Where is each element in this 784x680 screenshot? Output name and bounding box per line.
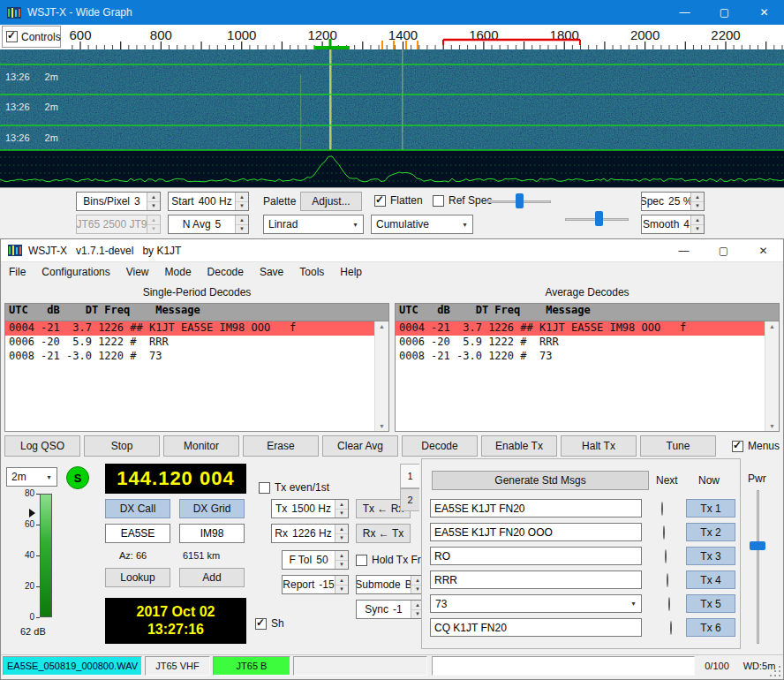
menus-toggle[interactable]: ✓ Menus (732, 440, 780, 452)
log-qso-button[interactable]: Log QSO (4, 435, 80, 457)
enable-tx-button[interactable]: Enable Tx (481, 435, 557, 457)
decode-list[interactable]: 0004 -21 3.7 1226 ## K1JT EA5SE IM98 OOO… (395, 321, 780, 432)
generate-std-msgs-button[interactable]: Generate Std Msgs (432, 471, 649, 490)
decode-row[interactable]: 0008 -21 -3.0 1220 # 73 (396, 350, 779, 364)
minimize-button[interactable]: — (664, 239, 704, 261)
tx-freq-spinner[interactable]: Tx1500 Hz ▲▼ (271, 499, 349, 518)
scroll-down-icon: ▼ (769, 423, 775, 429)
next-radio[interactable] (667, 573, 668, 587)
report-spinner[interactable]: Report-15 ▲▼ (282, 575, 349, 594)
frequency-display[interactable]: 144.120 004 (105, 464, 246, 494)
tab-1[interactable]: 1 (400, 464, 419, 488)
monitor-button[interactable]: Monitor (163, 435, 239, 457)
clear-avg-button[interactable]: Clear Avg (322, 435, 398, 457)
rx-from-tx-button[interactable]: Rx ← Tx (356, 524, 411, 543)
lookup-button[interactable]: Lookup (105, 568, 170, 587)
chevron-down-icon: ▾ (41, 468, 57, 486)
decode-scrollbar[interactable]: ▲ ▼ (765, 321, 779, 431)
spin-down-icon: ▼ (236, 225, 248, 234)
decode-row[interactable]: 0004 -21 3.7 1226 ## K1JT EA5SE IM98 OOO… (396, 321, 779, 336)
maximize-button[interactable]: ▢ (704, 239, 743, 261)
close-button[interactable]: ✕ (744, 0, 784, 25)
spec-percent-spinner[interactable]: Spec25 % ▲▼ (641, 192, 705, 211)
pwr-slider[interactable] (748, 490, 767, 644)
menu-item-tools[interactable]: Tools (291, 266, 332, 278)
close-button[interactable]: ✕ (743, 239, 783, 261)
add-button[interactable]: Add (179, 568, 245, 587)
frequency-scale[interactable]: 6008001000120014001600180020002200 (0, 25, 784, 49)
main-titlebar[interactable]: WSJT-X v1.7.1-devel by K1JT — ▢ ✕ (1, 239, 783, 262)
scroll-up-icon: ▲ (379, 323, 385, 329)
sync-spinner[interactable]: Sync-1 ▲▼ (356, 600, 425, 619)
controls-toggle[interactable]: ✓ Controls (2, 26, 61, 48)
pwr-slider-handle[interactable] (750, 541, 765, 550)
decode-scrollbar[interactable]: ▲ ▼ (374, 321, 388, 431)
dx-grid-input[interactable] (179, 524, 245, 543)
menu-item-save[interactable]: Save (252, 266, 291, 278)
wide-graph-titlebar[interactable]: WSJT-X - Wide Graph — ▢ ✕ (0, 0, 784, 25)
adjust-button[interactable]: Adjust... (300, 192, 362, 211)
menu-item-help[interactable]: Help (332, 266, 370, 278)
palette-select[interactable]: Linrad ▾ (263, 215, 364, 234)
erase-button[interactable]: Erase (243, 435, 319, 457)
dx-call-input[interactable] (105, 524, 170, 543)
tx5-button[interactable]: Tx 5 (686, 594, 735, 613)
tx6-button[interactable]: Tx 6 (686, 618, 735, 637)
decode-row[interactable]: 0004 -21 3.7 1226 ## K1JT EA5SE IM98 OOO… (5, 321, 388, 336)
waterfall-zero-slider[interactable] (565, 210, 629, 228)
tune-button[interactable]: Tune (640, 435, 716, 457)
menu-item-mode[interactable]: Mode (157, 266, 200, 278)
rx-freq-spinner[interactable]: Rx1226 Hz ▲▼ (271, 524, 349, 543)
controls-checkbox[interactable]: ✓ (6, 31, 18, 42)
dx-call-button[interactable]: DX Call (105, 499, 170, 518)
message-input-4[interactable] (430, 570, 642, 589)
tx3-button[interactable]: Tx 3 (686, 547, 735, 565)
svg-text:800: 800 (150, 27, 172, 42)
f-tol-spinner[interactable]: F Tol50 ▲▼ (282, 550, 349, 570)
message-input-1[interactable] (430, 499, 642, 518)
distance-label: 6151 km (183, 550, 220, 561)
menu-item-view[interactable]: View (118, 266, 157, 278)
stop-button[interactable]: Stop (84, 435, 160, 457)
halt-tx-button[interactable]: Halt Tx (561, 435, 637, 457)
submode-spinner[interactable]: SubmodeB ▲▼ (356, 575, 425, 594)
message-input-2[interactable] (430, 523, 642, 541)
next-radio[interactable] (668, 597, 670, 611)
tab-2[interactable]: 2 (400, 488, 419, 511)
ref-spec-checkbox: ✓ (433, 195, 444, 207)
tx4-button[interactable]: Tx 4 (686, 570, 735, 589)
waterfall-gain-slider[interactable] (487, 193, 551, 210)
next-radio[interactable] (670, 621, 672, 635)
flatten-toggle[interactable]: ✓ Flatten (374, 194, 423, 207)
message-input-6[interactable] (430, 618, 642, 637)
menu-item-decode[interactable]: Decode (200, 266, 252, 278)
minimize-button[interactable]: — (665, 0, 705, 25)
tx2-button[interactable]: Tx 2 (686, 523, 735, 541)
ref-spec-toggle[interactable]: ✓ Ref Spec (433, 194, 492, 207)
smooth-spinner[interactable]: Smooth4 ▲▼ (641, 215, 705, 234)
maximize-button[interactable]: ▢ (705, 0, 744, 25)
display-mode-select[interactable]: Cumulative ▾ (371, 215, 473, 234)
n-avg-spinner[interactable]: N Avg5 ▲▼ (168, 215, 249, 234)
next-radio[interactable] (665, 549, 667, 563)
bins-per-pixel-spinner[interactable]: Bins/Pixel3 ▲▼ (76, 192, 161, 211)
waterfall[interactable] (0, 49, 784, 187)
tx-even-toggle[interactable]: ✓ Tx even/1st (259, 481, 329, 494)
sh-toggle[interactable]: ✓ Sh (255, 617, 284, 630)
menu-item-configurations[interactable]: Configurations (34, 266, 117, 278)
dx-grid-button[interactable]: DX Grid (179, 499, 245, 518)
resize-grip[interactable] (770, 666, 781, 677)
decode-row[interactable]: 0008 -21 -3.0 1220 # 73 (5, 350, 388, 364)
next-radio[interactable] (663, 525, 665, 540)
decode-list[interactable]: 0004 -21 3.7 1226 ## K1JT EA5SE IM98 OOO… (4, 321, 389, 432)
decode-button[interactable]: Decode (402, 435, 478, 457)
band-select[interactable]: 2m ▾ (6, 467, 57, 487)
decode-row[interactable]: 0006 -20 5.9 1222 # RRR (396, 336, 779, 350)
next-radio[interactable] (661, 502, 663, 516)
tx1-button[interactable]: Tx 1 (686, 499, 735, 518)
start-frequency-spinner[interactable]: Start400 Hz ▲▼ (168, 192, 249, 211)
decode-row[interactable]: 0006 -20 5.9 1222 # RRR (5, 336, 388, 350)
message-input-3[interactable] (430, 547, 642, 565)
menu-item-file[interactable]: File (1, 266, 34, 278)
message-combo-5[interactable]: 73 ▾ (430, 594, 642, 613)
